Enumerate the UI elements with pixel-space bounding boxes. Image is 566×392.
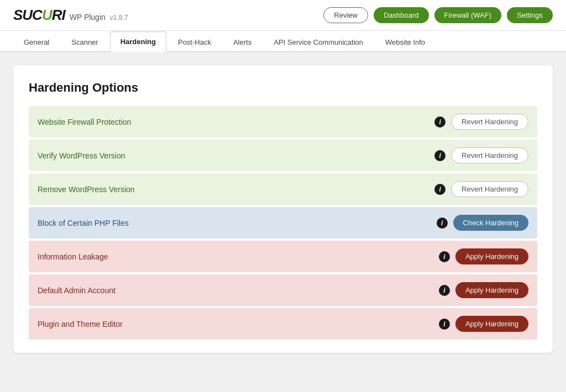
info-icon[interactable]: i (434, 184, 446, 195)
row-label: Default Admin Account (38, 286, 116, 295)
row-label: Verify WordPress Version (38, 151, 125, 160)
row-actions: i Apply Hardening (439, 316, 528, 332)
tab-scanner[interactable]: Scanner (61, 32, 108, 52)
logo-sucuri: SUCURI (13, 7, 65, 24)
tab-alerts[interactable]: Alerts (223, 32, 262, 52)
info-icon[interactable]: i (439, 285, 450, 296)
hardening-row: Website Firewall Protection i Revert Har… (29, 106, 537, 137)
row-actions: i Apply Hardening (439, 282, 528, 298)
hardening-row: Verify WordPress Version i Revert Harden… (29, 140, 537, 171)
revert-hardening-button[interactable]: Revert Hardening (451, 147, 528, 163)
main-content: Hardening Options Website Firewall Prote… (0, 52, 566, 392)
row-label: Remove WordPress Version (38, 185, 135, 194)
tab-general[interactable]: General (13, 32, 60, 52)
page-wrapper: SUCURI WP Plugin v1.8.7 Review Dashboard… (0, 0, 566, 392)
settings-button[interactable]: Settings (507, 7, 553, 23)
firewall-button[interactable]: Firewall (WAF) (434, 7, 501, 23)
row-actions: i Revert Hardening (434, 114, 528, 130)
row-label: Plugin and Theme Editor (38, 320, 123, 329)
row-label: Website Firewall Protection (38, 118, 131, 126)
tabs-bar: General Scanner Hardening Post-Hack Aler… (0, 31, 566, 52)
row-label: Information Leakage (38, 252, 108, 261)
header: SUCURI WP Plugin v1.8.7 Review Dashboard… (0, 0, 566, 31)
tab-post-hack[interactable]: Post-Hack (167, 32, 222, 52)
logo-plugin: WP Plugin (70, 13, 106, 22)
info-icon[interactable]: i (439, 251, 450, 262)
row-actions: i Revert Hardening (434, 181, 528, 197)
hardening-row: Information Leakage i Apply Hardening (29, 241, 537, 272)
review-button[interactable]: Review (323, 7, 368, 23)
hardening-card: Hardening Options Website Firewall Prote… (13, 65, 553, 353)
hardening-row: Remove WordPress Version i Revert Harden… (29, 173, 537, 205)
apply-hardening-button[interactable]: Apply Hardening (455, 248, 528, 264)
info-icon[interactable]: i (437, 218, 448, 229)
revert-hardening-button[interactable]: Revert Hardening (451, 181, 528, 197)
hardening-row: Plugin and Theme Editor i Apply Hardenin… (29, 308, 537, 340)
header-nav: Review Dashboard Firewall (WAF) Settings (323, 7, 553, 23)
info-icon[interactable]: i (434, 150, 446, 161)
apply-hardening-button[interactable]: Apply Hardening (455, 316, 528, 332)
tab-api-service[interactable]: API Service Communication (263, 32, 374, 52)
row-actions: i Check Hardening (437, 215, 528, 231)
tab-hardening[interactable]: Hardening (110, 31, 166, 52)
info-icon[interactable]: i (439, 319, 450, 330)
apply-hardening-button[interactable]: Apply Hardening (455, 282, 528, 298)
card-title: Hardening Options (29, 81, 537, 95)
row-actions: i Revert Hardening (434, 147, 528, 163)
revert-hardening-button[interactable]: Revert Hardening (451, 114, 528, 130)
check-hardening-button[interactable]: Check Hardening (453, 215, 528, 231)
dashboard-button[interactable]: Dashboard (374, 7, 429, 23)
logo-area: SUCURI WP Plugin v1.8.7 (13, 7, 128, 24)
logo-version: v1.8.7 (110, 14, 128, 22)
row-actions: i Apply Hardening (439, 248, 528, 264)
row-label: Block of Certain PHP Files (38, 219, 129, 227)
tab-website-info[interactable]: Website Info (375, 32, 436, 52)
hardening-row: Default Admin Account i Apply Hardening (29, 274, 537, 306)
info-icon[interactable]: i (434, 116, 446, 128)
hardening-row: Block of Certain PHP Files i Check Harde… (29, 207, 537, 239)
